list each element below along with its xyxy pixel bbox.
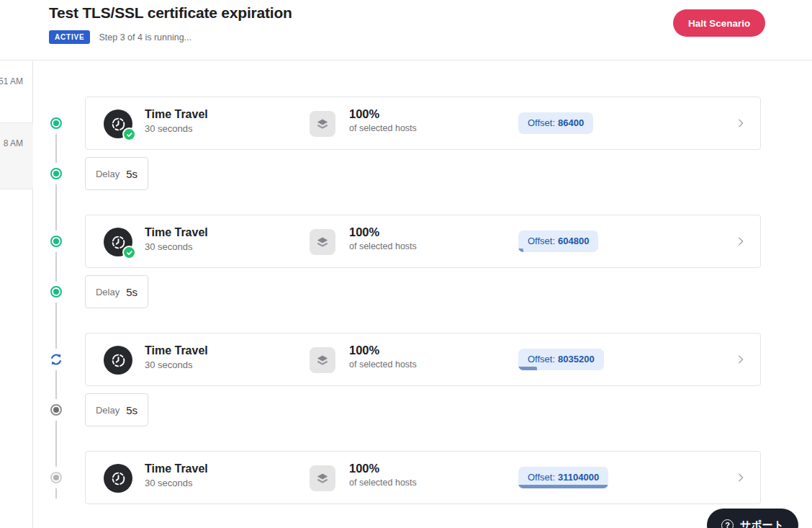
scope-percent: 100% xyxy=(349,225,417,239)
scope-percent: 100% xyxy=(349,107,417,121)
offset-value: 31104000 xyxy=(558,472,599,483)
offset-chip[interactable]: Offset:31104000 xyxy=(518,467,608,488)
delay-label: Delay xyxy=(96,169,119,179)
delay-box[interactable]: Delay 5s xyxy=(85,393,148,426)
step-texts: Time Travel 30 seconds xyxy=(145,226,208,252)
step-title: Time Travel xyxy=(145,226,208,239)
chevron-right-icon[interactable] xyxy=(734,117,747,130)
layers-icon xyxy=(310,229,335,255)
offset-label: Offset: xyxy=(528,117,555,128)
sidebar-timestamp: 51 AM xyxy=(0,76,23,86)
time-travel-clock-icon xyxy=(104,464,132,493)
scope-texts: 100% of selected hosts xyxy=(349,225,417,251)
delay-value: 5s xyxy=(126,168,137,180)
timeline-marker-complete xyxy=(50,168,62,179)
chevron-right-icon[interactable] xyxy=(734,235,747,248)
timeline-marker-complete xyxy=(50,236,62,247)
support-button[interactable]: ? サポート xyxy=(707,509,798,528)
chevron-right-icon[interactable] xyxy=(734,353,747,366)
layers-icon xyxy=(310,465,335,491)
step-card[interactable]: Time Travel 30 seconds 100% of selected … xyxy=(85,451,761,504)
scope-percent: 100% xyxy=(349,344,417,357)
offset-progress-bar xyxy=(518,485,608,488)
step-texts: Time Travel 30 seconds xyxy=(145,344,208,370)
status-row: ACTIVE Step 3 of 4 is running... xyxy=(49,30,191,44)
timeline-marker-complete xyxy=(50,117,62,129)
offset-value: 604800 xyxy=(558,236,589,246)
scope-percent: 100% xyxy=(349,462,417,475)
offset-progress-bar xyxy=(518,367,537,370)
scope-texts: 100% of selected hosts xyxy=(349,107,417,133)
scope-label: of selected hosts xyxy=(349,478,417,488)
check-icon xyxy=(122,127,136,141)
timeline-connector xyxy=(55,303,57,349)
step-subtitle: 30 seconds xyxy=(145,123,208,134)
step-card[interactable]: Time Travel 30 seconds 100% of selected … xyxy=(85,333,761,386)
offset-chip[interactable]: Offset:86400 xyxy=(518,112,593,134)
time-travel-clock-icon xyxy=(104,346,132,375)
halt-scenario-button[interactable]: Halt Scenario xyxy=(673,9,765,37)
status-text: Step 3 of 4 is running... xyxy=(99,32,191,42)
offset-chip[interactable]: Offset:8035200 xyxy=(518,349,604,370)
sidebar-row[interactable]: 51 AM xyxy=(0,61,33,122)
status-badge: ACTIVE xyxy=(49,30,90,44)
scope-texts: 100% of selected hosts xyxy=(349,462,417,488)
scope-label: of selected hosts xyxy=(349,359,417,370)
step-subtitle: 30 seconds xyxy=(145,241,208,252)
scope-texts: 100% of selected hosts xyxy=(349,344,417,370)
timeline-marker-pending xyxy=(50,404,62,416)
chevron-right-icon[interactable] xyxy=(734,471,747,484)
time-travel-clock-icon xyxy=(104,109,132,138)
scope-label: of selected hosts xyxy=(349,241,417,251)
layers-icon xyxy=(310,347,335,373)
delay-label: Delay xyxy=(96,405,119,416)
sidebar-timestamp: 8 AM xyxy=(4,138,23,148)
time-travel-clock-icon xyxy=(104,228,132,256)
timeline-connector xyxy=(55,252,57,282)
delay-box[interactable]: Delay 5s xyxy=(85,157,148,190)
layers-icon xyxy=(310,111,335,137)
step-subtitle: 30 seconds xyxy=(145,359,208,370)
check-icon xyxy=(122,246,136,259)
delay-box[interactable]: Delay 5s xyxy=(85,275,148,308)
timeline-marker-running-sync-icon xyxy=(49,352,63,367)
offset-value: 86400 xyxy=(558,117,584,128)
step-texts: Time Travel 30 seconds xyxy=(145,462,208,488)
step-card[interactable]: Time Travel 30 seconds 100% of selected … xyxy=(85,97,761,150)
delay-value: 5s xyxy=(126,286,137,298)
step-title: Time Travel xyxy=(145,462,208,475)
offset-value: 8035200 xyxy=(558,354,595,364)
step-subtitle: 30 seconds xyxy=(145,478,208,488)
timeline-connector xyxy=(55,370,57,399)
sync-icon xyxy=(49,352,63,367)
step-texts: Time Travel 30 seconds xyxy=(145,108,208,134)
timeline-connector xyxy=(55,134,57,163)
step-card[interactable]: Time Travel 30 seconds 100% of selected … xyxy=(85,215,761,268)
offset-label: Offset: xyxy=(528,472,555,483)
delay-label: Delay xyxy=(96,287,119,297)
offset-progress-bar xyxy=(518,249,523,252)
timeline-marker-pending xyxy=(50,472,62,483)
timeline-connector xyxy=(55,184,57,231)
sidebar-row-selected[interactable]: 8 AM xyxy=(0,122,33,189)
question-circle-icon: ? xyxy=(721,519,734,528)
timeline-marker-complete xyxy=(50,286,62,297)
offset-chip[interactable]: Offset:604800 xyxy=(518,231,598,252)
step-title: Time Travel xyxy=(145,344,208,357)
offset-label: Offset: xyxy=(528,236,555,246)
timeline-connector xyxy=(55,421,57,467)
page-title: Test TLS/SSL certificate expiration xyxy=(49,4,292,22)
page-header: Test TLS/SSL certificate expiration ACTI… xyxy=(0,0,812,61)
scenario-page: Test TLS/SSL certificate expiration ACTI… xyxy=(0,0,812,528)
offset-label: Offset: xyxy=(528,354,555,364)
timeline-sidebar: 51 AM 8 AM xyxy=(0,61,33,528)
support-label: サポート xyxy=(740,519,784,528)
timeline-connector xyxy=(55,488,57,498)
delay-value: 5s xyxy=(126,404,137,416)
step-title: Time Travel xyxy=(145,108,208,121)
scope-label: of selected hosts xyxy=(349,123,417,133)
